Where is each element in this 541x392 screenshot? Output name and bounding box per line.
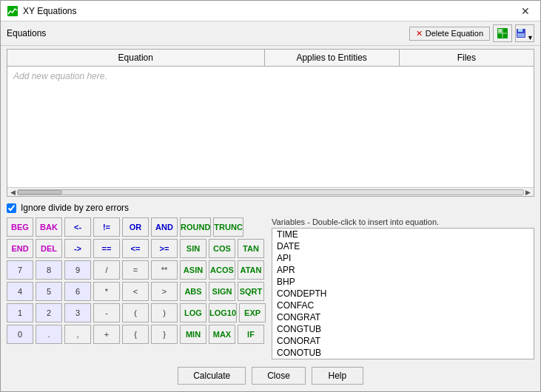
- key-min[interactable]: MIN: [180, 325, 206, 344]
- variable-item-bhp[interactable]: BHP: [272, 276, 534, 288]
- key--[interactable]: +: [93, 325, 120, 344]
- key---[interactable]: **: [151, 260, 178, 280]
- key--[interactable]: }: [151, 325, 178, 344]
- scroll-track[interactable]: [17, 189, 524, 195]
- key-sign[interactable]: SIGN: [209, 282, 235, 301]
- col-equation: Equation: [7, 50, 265, 66]
- table-body[interactable]: Add new equation here.: [7, 67, 534, 187]
- toolbar-label: Equations: [7, 28, 46, 38]
- new-equation-row[interactable]: Add new equation here.: [7, 67, 534, 86]
- key-4[interactable]: 4: [7, 282, 33, 301]
- keypad: BEGBAK<-!=ORANDROUNDTRUNCENDDEL->==<=>=S…: [7, 217, 266, 359]
- key-del[interactable]: DEL: [36, 239, 62, 258]
- key-abs[interactable]: ABS: [180, 282, 206, 301]
- key-or[interactable]: OR: [122, 217, 149, 237]
- key-bak[interactable]: BAK: [36, 217, 62, 237]
- keypad-row: ENDDEL->==<=>=SINCOSTAN: [7, 239, 266, 258]
- key--[interactable]: /: [93, 260, 120, 280]
- key---[interactable]: ==: [93, 239, 120, 258]
- key--[interactable]: (: [122, 303, 149, 322]
- key-3[interactable]: 3: [64, 303, 91, 322]
- key---[interactable]: ->: [64, 239, 91, 258]
- key-6[interactable]: 6: [64, 282, 91, 301]
- bottom-area: Ignore divide by zero errors BEGBAK<-!=O…: [1, 200, 540, 362]
- svg-rect-6: [518, 29, 522, 32]
- col-files: Files: [400, 50, 534, 66]
- key-atan[interactable]: ATAN: [238, 260, 264, 280]
- keypad-row: 123-()LOGLOG10EXP: [7, 303, 266, 322]
- key--[interactable]: *: [93, 282, 120, 301]
- variable-item-congrat[interactable]: CONGRAT: [272, 311, 534, 323]
- key--[interactable]: ,: [64, 325, 91, 344]
- variable-item-condepth[interactable]: CONDEPTH: [272, 288, 534, 300]
- ignore-zero-checkbox[interactable]: [7, 203, 16, 213]
- key-if[interactable]: IF: [238, 325, 264, 344]
- delete-x-icon: ✕: [416, 29, 423, 38]
- scroll-right-arrow[interactable]: ▶: [524, 189, 532, 196]
- variable-item-apr[interactable]: APR: [272, 264, 534, 276]
- key--[interactable]: -: [93, 303, 120, 322]
- key-log[interactable]: LOG: [180, 303, 206, 322]
- key-round[interactable]: ROUND: [180, 217, 211, 237]
- key-2[interactable]: 2: [36, 303, 62, 322]
- toolbar: Equations ✕ Delete Equation: [1, 21, 540, 46]
- ignore-zero-label: Ignore divide by zero errors: [21, 203, 129, 213]
- variable-item-confac[interactable]: CONFAC: [272, 300, 534, 311]
- key---[interactable]: >=: [151, 239, 178, 258]
- calculate-button[interactable]: Calculate: [178, 367, 246, 385]
- variables-label: Variables - Double-click to insert into …: [272, 217, 534, 226]
- save-icon-button[interactable]: [493, 24, 512, 42]
- variable-item-api[interactable]: API: [272, 252, 534, 264]
- main-window: XY Equations ✕ Equations ✕ Delete Equati…: [0, 0, 541, 392]
- key--[interactable]: .: [36, 325, 62, 344]
- key-exp[interactable]: EXP: [239, 303, 266, 322]
- variables-panel: Variables - Double-click to insert into …: [272, 217, 534, 359]
- keypad-row: 0.,+{}MINMAXIF: [7, 325, 266, 344]
- scroll-thumb[interactable]: [18, 190, 62, 195]
- key-sqrt[interactable]: SQRT: [238, 282, 264, 301]
- floppy-icon: [516, 28, 526, 38]
- key-7[interactable]: 7: [7, 260, 33, 280]
- variable-item-congtub[interactable]: CONGTUB: [272, 323, 534, 335]
- close-window-button[interactable]: ✕: [517, 4, 534, 18]
- key--[interactable]: {: [122, 325, 149, 344]
- key-end[interactable]: END: [7, 239, 33, 258]
- save-dropdown-button[interactable]: ▼: [515, 24, 534, 42]
- variable-item-conotub[interactable]: CONOTUB: [272, 347, 534, 359]
- key---[interactable]: !=: [93, 217, 120, 237]
- key-beg[interactable]: BEG: [7, 217, 33, 237]
- key-5[interactable]: 5: [36, 282, 62, 301]
- horizontal-scrollbar[interactable]: ◀ ▶: [7, 187, 534, 196]
- key-tan[interactable]: TAN: [238, 239, 264, 258]
- table-header: Equation Applies to Entities Files: [7, 50, 534, 67]
- key--[interactable]: ): [151, 303, 178, 322]
- key--[interactable]: =: [122, 260, 149, 280]
- variables-list[interactable]: TIMEDATEAPIAPRBHPCONDEPTHCONFACCONGRATCO…: [272, 228, 534, 359]
- variable-item-time[interactable]: TIME: [272, 229, 534, 240]
- window-icon: [7, 5, 19, 17]
- key-max[interactable]: MAX: [209, 325, 235, 344]
- key-sin[interactable]: SIN: [180, 239, 206, 258]
- keypad-row: BEGBAK<-!=ORANDROUNDTRUNC: [7, 217, 266, 237]
- key-trunc[interactable]: TRUNC: [213, 217, 243, 237]
- help-button[interactable]: Help: [312, 367, 363, 385]
- key--[interactable]: <: [122, 282, 149, 301]
- key-1[interactable]: 1: [7, 303, 33, 322]
- scroll-left-arrow[interactable]: ◀: [9, 189, 17, 196]
- key--[interactable]: >: [151, 282, 178, 301]
- key-0[interactable]: 0: [7, 325, 33, 344]
- variable-item-conorat[interactable]: CONORAT: [272, 335, 534, 347]
- delete-equation-button[interactable]: ✕ Delete Equation: [409, 27, 490, 41]
- key-8[interactable]: 8: [36, 260, 62, 280]
- close-button[interactable]: Close: [252, 367, 306, 385]
- key---[interactable]: <=: [122, 239, 149, 258]
- variable-item-date[interactable]: DATE: [272, 240, 534, 252]
- key-log10[interactable]: LOG10: [209, 303, 237, 322]
- key-and[interactable]: AND: [151, 217, 178, 237]
- key-cos[interactable]: COS: [209, 239, 235, 258]
- key-asin[interactable]: ASIN: [180, 260, 206, 280]
- key-acos[interactable]: ACOS: [209, 260, 235, 280]
- key---[interactable]: <-: [64, 217, 91, 237]
- key-9[interactable]: 9: [64, 260, 91, 280]
- dropdown-arrow-icon: ▼: [527, 34, 534, 41]
